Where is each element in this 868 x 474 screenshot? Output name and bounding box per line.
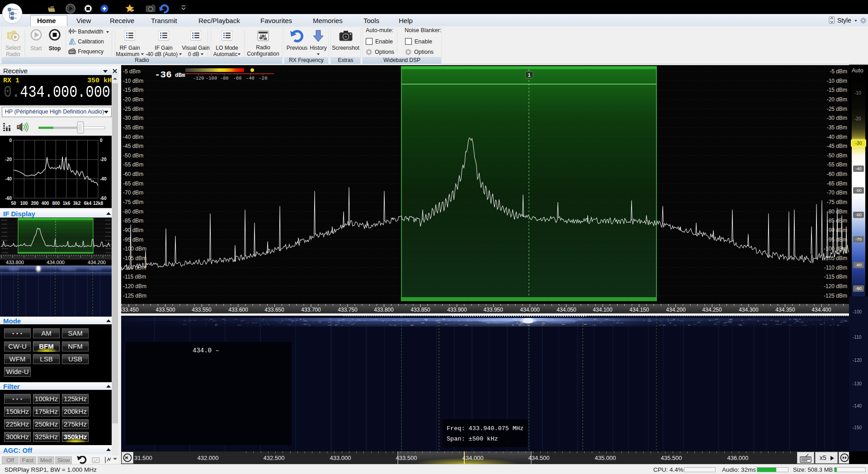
svg-text:-45 dBm: -45 dBm bbox=[123, 143, 143, 149]
svg-text:-20: -20 bbox=[259, 76, 268, 81]
svg-text:-120.000: -120.000 bbox=[1, 251, 9, 254]
svg-text:-80 dBm: -80 dBm bbox=[123, 209, 143, 215]
svg-text:-110.000: -110.000 bbox=[1, 247, 8, 250]
svg-text:-50.000: -50.000 bbox=[1, 223, 7, 225]
svg-text:12k8: 12k8 bbox=[93, 201, 104, 206]
svg-text:-100: -100 bbox=[206, 76, 217, 81]
svg-text:-40.000: -40.000 bbox=[1, 219, 7, 221]
svg-text:-115 dBm: -115 dBm bbox=[123, 274, 146, 280]
svg-text:Span: ±500 kHz: Span: ±500 kHz bbox=[447, 436, 498, 442]
svg-text:dBm: dBm bbox=[175, 72, 185, 79]
svg-text:-95 dBm: -95 dBm bbox=[827, 237, 847, 243]
svg-text:-80 dBm: -80 dBm bbox=[827, 209, 847, 215]
svg-text:-80.000: -80.000 bbox=[105, 235, 111, 237]
svg-text:-5 dBm: -5 dBm bbox=[123, 68, 141, 75]
svg-text:0: 0 bbox=[100, 138, 103, 143]
svg-text:434.200: 434.200 bbox=[88, 260, 106, 265]
svg-text:-65 dBm: -65 dBm bbox=[827, 180, 847, 187]
svg-text:200: 200 bbox=[31, 201, 39, 206]
svg-text:-125 dBm: -125 dBm bbox=[824, 293, 847, 299]
svg-text:-60 dBm: -60 dBm bbox=[123, 171, 143, 177]
svg-text:-40: -40 bbox=[100, 176, 107, 181]
svg-text:-75 dBm: -75 dBm bbox=[827, 199, 847, 205]
svg-text:-60.000: -60.000 bbox=[1, 227, 7, 229]
svg-text:-60: -60 bbox=[233, 76, 241, 81]
svg-text:-55 dBm: -55 dBm bbox=[827, 161, 847, 168]
svg-text:-50 dBm: -50 dBm bbox=[827, 152, 847, 159]
svg-text:-10 dBm: -10 dBm bbox=[123, 78, 143, 84]
svg-text:-125 dBm: -125 dBm bbox=[123, 293, 146, 299]
svg-text:-90.000: -90.000 bbox=[1, 239, 7, 242]
svg-text:-85 dBm: -85 dBm bbox=[123, 218, 143, 224]
svg-text:-25 dBm: -25 dBm bbox=[827, 106, 847, 112]
svg-text:-80: -80 bbox=[220, 76, 229, 81]
svg-text:6k4: 6k4 bbox=[84, 201, 92, 206]
svg-text:-110.000: -110.000 bbox=[105, 247, 112, 250]
svg-text:-15 dBm: -15 dBm bbox=[123, 87, 143, 93]
svg-text:-120 dBm: -120 dBm bbox=[123, 283, 146, 289]
svg-text:434.0 –: 434.0 – bbox=[193, 347, 219, 354]
svg-text:434.000: 434.000 bbox=[47, 260, 65, 265]
svg-text:-45 dBm: -45 dBm bbox=[827, 143, 847, 149]
svg-text:433.800: 433.800 bbox=[6, 260, 24, 265]
svg-text:0: 0 bbox=[9, 138, 12, 143]
svg-text:-120: -120 bbox=[193, 76, 204, 81]
svg-text:1: 1 bbox=[528, 72, 530, 78]
svg-text:-90 dBm: -90 dBm bbox=[827, 227, 847, 233]
svg-text:-90.000: -90.000 bbox=[105, 239, 111, 242]
svg-text:-105 dBm: -105 dBm bbox=[824, 255, 847, 261]
svg-text:-80.000: -80.000 bbox=[1, 235, 7, 237]
svg-text:-60 dBm: -60 dBm bbox=[827, 171, 847, 177]
svg-text:-110 dBm: -110 dBm bbox=[824, 265, 847, 271]
svg-text:-55 dBm: -55 dBm bbox=[123, 161, 143, 168]
svg-text:50: 50 bbox=[11, 201, 16, 206]
svg-text:-5 dBm: -5 dBm bbox=[830, 68, 847, 75]
svg-text:-60: -60 bbox=[100, 196, 107, 201]
svg-text:-90 dBm: -90 dBm bbox=[123, 227, 143, 233]
svg-text:-60.000: -60.000 bbox=[105, 227, 111, 229]
svg-text:-95 dBm: -95 dBm bbox=[123, 237, 143, 243]
svg-text:-40: -40 bbox=[246, 76, 255, 81]
svg-text:-70 dBm: -70 dBm bbox=[123, 190, 143, 196]
svg-text:400: 400 bbox=[42, 201, 49, 206]
svg-text:-35 dBm: -35 dBm bbox=[123, 124, 143, 131]
svg-text:-115 dBm: -115 dBm bbox=[824, 274, 847, 280]
svg-text:-20: -20 bbox=[100, 157, 107, 162]
svg-text:-50.000: -50.000 bbox=[105, 223, 111, 225]
svg-text:800: 800 bbox=[52, 201, 60, 206]
svg-text:-25 dBm: -25 dBm bbox=[123, 106, 143, 112]
svg-text:-35 dBm: -35 dBm bbox=[827, 124, 847, 131]
svg-text:-40: -40 bbox=[5, 176, 12, 181]
svg-text:100: 100 bbox=[20, 201, 28, 206]
svg-text:-85 dBm: -85 dBm bbox=[827, 218, 847, 224]
svg-text:-100 dBm: -100 dBm bbox=[123, 246, 146, 252]
svg-text:-60: -60 bbox=[5, 196, 12, 201]
svg-text:-30 dBm: -30 dBm bbox=[123, 115, 143, 121]
svg-text:Freq: 433.940.075 MHz: Freq: 433.940.075 MHz bbox=[447, 425, 524, 432]
svg-text:-105 dBm: -105 dBm bbox=[123, 255, 146, 261]
svg-text:-10 dBm: -10 dBm bbox=[827, 78, 847, 84]
svg-text:-70.000: -70.000 bbox=[105, 231, 111, 233]
svg-text:-110 dBm: -110 dBm bbox=[123, 265, 146, 271]
svg-text:-50 dBm: -50 dBm bbox=[123, 152, 143, 159]
svg-text:3k2: 3k2 bbox=[73, 201, 81, 206]
svg-text:-75 dBm: -75 dBm bbox=[123, 199, 143, 205]
svg-text:-70 dBm: -70 dBm bbox=[827, 190, 847, 196]
svg-text:-120.000: -120.000 bbox=[105, 251, 112, 254]
svg-text:-36: -36 bbox=[155, 70, 172, 80]
svg-text:-40 dBm: -40 dBm bbox=[827, 134, 847, 140]
svg-text:-20 dBm: -20 dBm bbox=[827, 96, 847, 103]
svg-text:-20: -20 bbox=[5, 157, 12, 162]
svg-text:-120 dBm: -120 dBm bbox=[824, 283, 847, 289]
svg-text:-65 dBm: -65 dBm bbox=[123, 180, 143, 187]
svg-text:-30 dBm: -30 dBm bbox=[827, 115, 847, 121]
svg-text:-70.000: -70.000 bbox=[1, 231, 7, 233]
svg-text:-40.000: -40.000 bbox=[105, 219, 111, 221]
svg-text:1k6: 1k6 bbox=[63, 201, 71, 206]
svg-text:-40 dBm: -40 dBm bbox=[123, 134, 143, 140]
svg-text:-15 dBm: -15 dBm bbox=[827, 87, 847, 93]
svg-text:-20 dBm: -20 dBm bbox=[123, 96, 143, 103]
svg-text:-100 dBm: -100 dBm bbox=[824, 246, 847, 252]
